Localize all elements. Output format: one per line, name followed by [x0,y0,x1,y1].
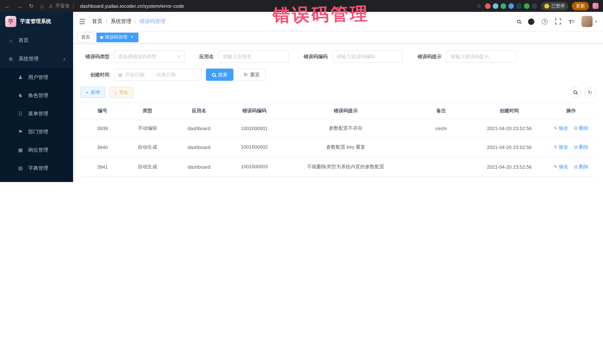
cell-message: 不能删除类型为系统内置的参数配置 [281,157,410,177]
edit-icon: ✎ [554,164,557,169]
tag[interactable]: 错误码管理 × [96,33,139,42]
error-type-select[interactable]: 请选择错误码类型 ∨ [114,50,185,63]
fullscreen-icon[interactable] [555,19,561,24]
edit-link[interactable]: ✎修改 [554,144,568,151]
delete-icon: ⊟ [574,144,578,150]
font-size-icon[interactable]: TT [568,18,574,25]
filter-form-row-2: 创建时间 ▦ - 搜索 ↻ 重置 [81,69,596,81]
search-icon [573,90,577,94]
sidebar-item-system[interactable]: ⚙ 系统管理 ∧ [0,50,73,68]
back-icon[interactable]: ← [4,3,10,9]
insecure-label: 不安全 [56,3,70,9]
filter-error-hint: 错误码提示 [417,50,517,63]
address-bar[interactable]: dashboard.yudao.iocoder.cn/system/error-… [80,3,184,9]
menu-item-label: 角色管理 [28,92,61,99]
menu-item-label: 系统管理 [19,55,58,62]
edit-link[interactable]: ✎修改 [554,125,568,132]
extension-icon[interactable] [532,3,537,9]
security-indicator[interactable]: ⚠ 不安全 | [49,3,75,9]
warning-icon: ⚠ [49,3,53,9]
breadcrumb-system[interactable]: 系统管理 [111,18,131,25]
reload-icon[interactable]: ↻ [29,3,34,9]
menu-item-label: 部门管理 [28,128,61,135]
update-button[interactable]: 更新 [572,2,589,10]
sidebar-item-dept[interactable]: ⚑ 部门管理 [0,123,73,141]
sidebar-item-dict[interactable]: ▤ 字典管理 [0,159,73,177]
reset-icon: ↻ [244,72,248,77]
sidebar-menu: ⌂ 首页 ⚙ 系统管理 ∧ ♟ 用户管理 ♞ 角色管理 [0,31,73,182]
page-content: 错误码类型 请选择错误码类型 ∨ 应用名 错误码编码 [73,44,603,182]
github-icon[interactable] [528,18,534,25]
export-button[interactable]: ↓ 导出 [109,87,133,98]
edit-icon: ✎ [554,144,557,150]
logo[interactable]: 芋 芋道管理系统 [0,12,73,31]
navbar-actions: ? TT ▾ [517,16,597,27]
toolbar-left: + 新增 ↓ 导出 [81,87,133,98]
filter-create-time: 创建时间 ▦ - [81,69,201,81]
extension-icon[interactable] [485,3,491,9]
user-icon: ♟ [17,75,24,80]
app-name-label: 应用名 [199,53,214,60]
table-toolbar: + 新增 ↓ 导出 ↻ [81,87,596,98]
extension-icon[interactable] [493,3,498,9]
delete-link[interactable]: ⊟删除 [574,125,589,132]
menu-item-label: 首页 [19,37,61,44]
help-icon[interactable]: ? [542,19,548,24]
app-frame: 芋 芋道管理系统 ⌂ 首页 ⚙ 系统管理 ∧ ♟ 用户管理 [0,12,603,182]
sidebar-item-home[interactable]: ⌂ 首页 [0,31,73,50]
error-hint-label: 错误码提示 [417,53,441,60]
breadcrumb-separator: / [106,19,107,24]
refresh-button[interactable]: ↻ [584,87,596,98]
end-date-input[interactable] [156,72,181,77]
reset-button[interactable]: ↻ 重置 [238,69,266,81]
active-dot-icon [100,36,103,39]
app-name-input[interactable] [218,50,289,63]
sidebar-collapse-icon[interactable]: ☰ [79,17,85,26]
delete-link[interactable]: ⊟删除 [574,144,589,151]
sidebar-item-role[interactable]: ♞ 角色管理 [0,86,73,105]
forward-icon[interactable]: → [17,3,22,9]
calendar-icon: ▦ [118,72,123,77]
breadcrumb-current: 错误码管理 [139,18,165,25]
reset-button-label: 重置 [250,71,260,78]
error-hint-input[interactable] [446,50,517,63]
search-icon[interactable] [517,20,521,23]
extension-icon[interactable] [508,3,514,9]
edit-link[interactable]: ✎修改 [554,164,568,170]
browser-nav-buttons: ← → ↻ ⌂ [4,3,44,9]
sidebar-item-post[interactable]: ▦ 岗位管理 [0,141,73,159]
cell-id: 3939 [81,119,124,137]
cell-type: 自动生成 [124,177,171,182]
add-button[interactable]: + 新增 [81,87,105,98]
sidebar-item-user[interactable]: ♟ 用户管理 [0,68,73,86]
tag[interactable]: 首页 [78,33,94,42]
bookmark-star-icon[interactable]: ☆ [477,3,481,9]
home-icon[interactable]: ⌂ [40,3,44,9]
main-panel: ☰ 首页 / 系统管理 / 错误码管理 ? TT [73,12,603,182]
sidebar-item-menu[interactable]: ☷ 菜单管理 [0,105,73,123]
column-header: 类型 [124,102,171,119]
cell-type: 自动生成 [124,137,171,157]
extension-icons [485,3,537,9]
table-header: 编号类型应用名错误码编码错误码提示备注创建时间操作 [81,102,596,119]
column-header: 错误码编码 [227,102,281,119]
cell-create-time: 2021-04-20 23:52:56 [472,137,547,157]
error-code-input[interactable] [332,50,403,63]
sidebar-item-notice[interactable]: ✉ 通知公告 [0,177,73,182]
date-range-picker[interactable]: ▦ - [114,69,201,81]
toggle-search-button[interactable] [570,87,581,98]
screen: ← → ↻ ⌂ ⚠ 不安全 | dashboard.yudao.iocoder.… [0,0,603,182]
extension-icon[interactable] [500,3,506,9]
breadcrumb-home[interactable]: 首页 [92,18,103,25]
user-menu[interactable]: ▾ [582,16,597,27]
close-icon[interactable]: × [129,34,135,40]
extension-icon[interactable] [516,3,522,9]
start-date-input[interactable] [125,72,150,77]
browser-profile-avatar[interactable] [593,3,599,9]
paused-badge[interactable]: 已暂停 [541,2,568,10]
extension-icon[interactable] [524,3,530,9]
search-button[interactable]: 搜索 [206,69,233,81]
browser-chrome: ← → ↻ ⌂ ⚠ 不安全 | dashboard.yudao.iocoder.… [0,0,603,12]
filter-app-name: 应用名 [199,50,289,63]
delete-link[interactable]: ⊟删除 [574,164,589,170]
